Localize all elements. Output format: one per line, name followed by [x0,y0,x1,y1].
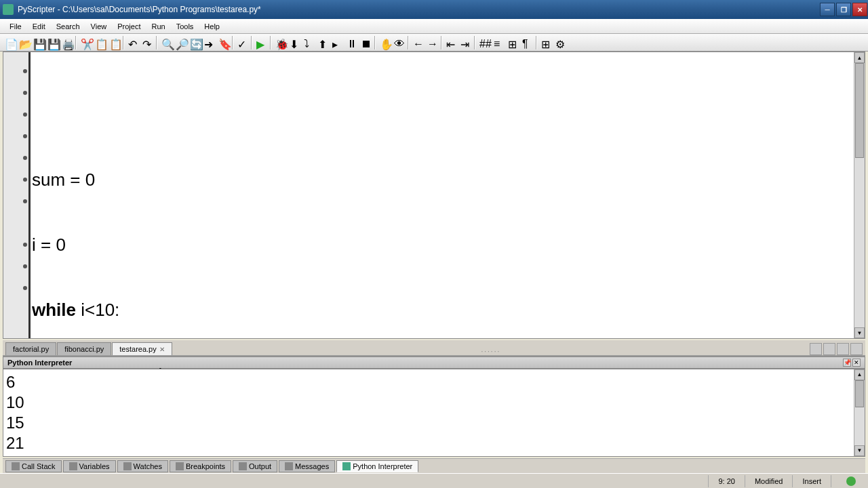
toolbar-separator [123,36,124,49]
indent-button[interactable]: ⇥ [458,36,472,49]
hash-icon: ## [479,38,489,47]
output-line: 21 [6,433,862,453]
stack-icon [12,462,20,470]
indent-icon: ⇥ [460,38,470,47]
arrow-right-icon: → [427,38,437,47]
paste-button[interactable]: 📋 [107,36,121,49]
step-over-button[interactable]: ⤵ [302,36,315,49]
menu-run[interactable]: Run [146,21,170,32]
interpreter-scrollbar[interactable]: ▲ ▼ [854,369,865,456]
cut-button[interactable]: ✂️ [79,36,92,49]
toolbar-separator [374,36,376,49]
open-button[interactable]: 📂 [17,36,31,49]
gear-icon: ⚙ [555,38,565,47]
format-icon: ⊞ [508,38,517,47]
stop-button[interactable]: ⏹ [359,36,372,49]
interpreter-output[interactable]: 6 10 15 21 ▲ ▼ [3,369,865,457]
find-next-button[interactable]: 🔎 [174,36,187,49]
save-all-button[interactable]: 💾 [45,36,59,49]
menu-tools[interactable]: Tools [171,21,199,32]
toolbar-separator [441,36,442,49]
scroll-up-button[interactable]: ▲ [854,52,865,63]
output-line: 15 [6,413,862,433]
menu-help[interactable]: Help [199,21,225,32]
list-icon: ≡ [494,38,503,47]
toolbar-separator [232,36,233,49]
goto-icon: ➜ [204,38,214,47]
dedent-button[interactable]: ⇤ [444,36,458,49]
undo-button[interactable]: ↶ [126,36,140,49]
menu-view[interactable]: View [85,21,113,32]
layout-button[interactable]: ⊞ [539,36,553,49]
run-to-cursor-button[interactable]: ▸ [330,36,344,49]
menu-project[interactable]: Project [112,21,146,32]
bookmark-icon: 🔖 [218,38,228,47]
undo-icon: ↶ [128,38,138,47]
toolbar-separator [156,36,157,49]
cut-icon: ✂️ [81,38,90,47]
minimize-button[interactable]: ─ [820,3,835,16]
toolbar-separator [75,36,77,49]
code-area[interactable]: sum = 0 i = 0 while i<10: sum = sum + i … [31,52,854,338]
syntax-check-button[interactable]: ✓ [235,36,249,49]
paste-icon: 📋 [109,38,119,47]
step-into-button[interactable]: ⬇ [288,36,301,49]
back-button[interactable]: ← [411,36,425,49]
maximize-button[interactable]: ❐ [836,3,851,16]
editor-scrollbar[interactable]: ▲ ▼ [854,52,865,338]
folder-icon: 📂 [19,38,28,47]
format-button[interactable]: ⊞ [506,36,519,49]
gutter[interactable] [3,52,31,338]
redo-button[interactable]: ↷ [140,36,154,49]
menu-file[interactable]: File [4,21,27,32]
step-out-button[interactable]: ⬆ [316,36,330,49]
save-button[interactable]: 💾 [31,36,45,49]
close-button[interactable]: ✕ [852,3,867,16]
linebreak-button[interactable]: ¶ [520,36,534,49]
layout-icon: ⊞ [541,38,551,47]
scroll-up-button[interactable]: ▲ [854,369,865,380]
bookmark-button[interactable]: 🔖 [216,36,230,49]
menu-edit[interactable]: Edit [27,21,51,32]
scroll-thumb[interactable] [855,63,864,158]
replace-icon: 🔄 [190,38,199,47]
arrow-left-icon: ← [413,38,422,47]
save-icon: 💾 [33,38,43,47]
run-button[interactable]: ▶ [254,36,268,49]
dedent-icon: ⇤ [446,38,456,47]
print-button[interactable]: 🖨️ [60,36,73,49]
code-line: i = 0 [32,234,852,256]
settings-button[interactable]: ⚙ [553,36,567,49]
copy-button[interactable]: 📋 [93,36,106,49]
output-line: 10 [6,392,862,413]
find-button[interactable]: 🔍 [159,36,173,49]
window-controls: ─ ❐ ✕ [819,1,868,18]
menu-search[interactable]: Search [51,21,85,32]
debug-button[interactable]: 🐞 [273,36,287,49]
list-button[interactable]: ≡ [492,36,505,49]
copy-icon: 📋 [95,38,104,47]
toolbar-separator [408,36,409,49]
replace-button[interactable]: 🔄 [188,36,201,49]
pause-button[interactable]: ⏸ [344,36,358,49]
search-icon: 🔍 [161,38,171,47]
save-all-icon: 💾 [47,38,57,47]
toolbar-separator [270,36,271,49]
new-file-button[interactable]: 📄 [3,36,16,49]
scroll-down-button[interactable]: ▼ [854,445,865,456]
debug-icon: 🐞 [275,38,285,47]
comment-button[interactable]: ## [477,36,491,49]
scroll-down-button[interactable]: ▼ [854,327,865,338]
pause-icon: ⏸ [347,38,356,47]
hand-icon: ✋ [380,38,389,47]
panel-close-button[interactable]: ✕ [852,359,861,367]
output-line: 6 [6,372,862,392]
breakpoint-button[interactable]: ✋ [378,36,391,49]
scroll-thumb[interactable] [855,380,864,407]
search-next-icon: 🔎 [176,38,185,47]
goto-button[interactable]: ➜ [202,36,216,49]
watch-button[interactable]: 👁 [392,36,406,49]
forward-button[interactable]: → [425,36,439,49]
toolbar-separator [251,36,252,49]
stop-icon: ⏹ [361,38,370,47]
